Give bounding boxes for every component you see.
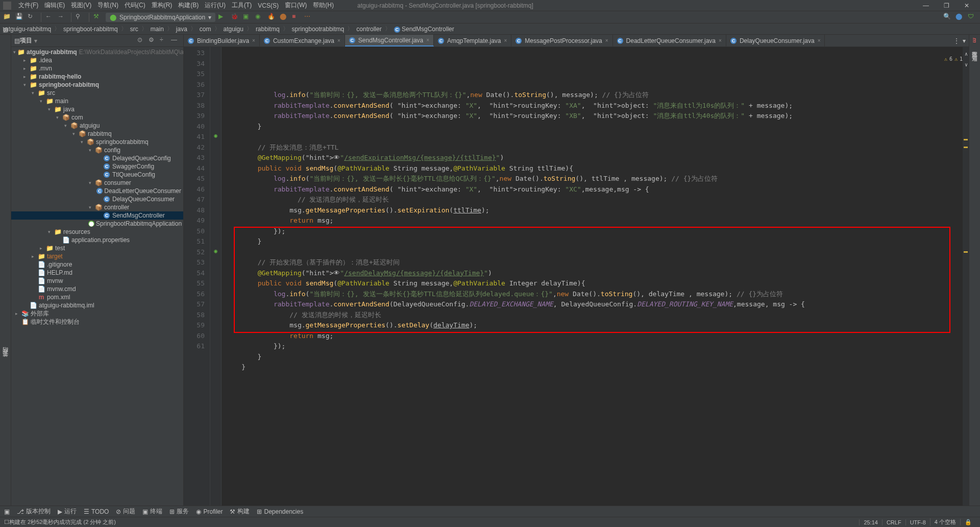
gear-icon[interactable]: ⚙ <box>149 36 158 45</box>
close-icon[interactable]: × <box>504 38 507 43</box>
maven-tab[interactable]: m <box>972 38 978 43</box>
code-editor[interactable]: 3334353637383940414243444546474849505152… <box>184 47 969 516</box>
crumb-9[interactable]: controller <box>355 26 382 33</box>
menu-build[interactable]: 构建(B) <box>175 1 202 10</box>
menu-navigate[interactable]: 导航(N) <box>94 1 121 10</box>
panel-settings-icon[interactable]: ⊙ <box>137 36 146 45</box>
tab-sendmsgcontroller[interactable]: CSendMsgController.java× <box>345 35 434 46</box>
debug-button[interactable]: 🐞 <box>231 13 240 22</box>
coverage-button[interactable]: ▣ <box>243 13 252 22</box>
line-ending[interactable]: CRLF <box>882 519 905 525</box>
menu-vcs[interactable]: VCS(S) <box>255 2 282 9</box>
menu-code[interactable]: 代码(C) <box>121 1 149 10</box>
menu-help[interactable]: 帮助(H) <box>310 1 337 10</box>
build-tw[interactable]: ⚒ 构建 <box>230 507 250 516</box>
tab-amqptemplate[interactable]: CAmqpTemplate.java× <box>434 35 511 46</box>
tab-msgpostprocessor[interactable]: CMessagePostProcessor.java× <box>511 35 612 46</box>
maximize-button[interactable]: ❐ <box>936 2 957 9</box>
close-icon[interactable]: × <box>605 38 608 43</box>
menubar: 文件(F) 编辑(E) 视图(V) 导航(N) 代码(C) 重构(R) 构建(B… <box>0 0 980 11</box>
more-tabs-icon[interactable]: ⋮ <box>953 37 960 44</box>
nav-icon[interactable]: ⚲ <box>76 13 85 22</box>
more-icon[interactable]: ⋯ <box>304 13 313 22</box>
caret-pos[interactable]: 25:14 <box>859 519 882 525</box>
inspection-widget[interactable]: ⚠6 ⚠1 ∧ ∨ <box>944 49 968 70</box>
breadcrumb: atguigu-rabbitmq〉 springboot-rabbitmq〉 s… <box>0 23 980 35</box>
more-run-icon[interactable]: ⬤ <box>280 13 289 22</box>
bell-icon[interactable]: ⬤ <box>955 13 965 22</box>
tab-customexchange[interactable]: CCustomExchange.java× <box>260 35 345 46</box>
close-icon[interactable]: × <box>337 38 340 43</box>
crumb-0[interactable]: atguigu-rabbitmq <box>4 26 52 33</box>
services-tw[interactable]: ⊞ 服务 <box>169 507 189 516</box>
close-icon[interactable]: × <box>426 37 429 43</box>
main-toolbar: 📁 💾 ↻ ← → ⚲ ⚒ ⬤ SpringbootRabbitmqApplic… <box>0 11 980 23</box>
hide-icon[interactable]: — <box>171 36 180 45</box>
menu-file[interactable]: 文件(F) <box>15 1 41 10</box>
version-control-tw[interactable]: ⎇ 版本控制 <box>17 507 51 516</box>
menu-run[interactable]: 运行(U) <box>202 1 229 10</box>
indent-widget[interactable]: 4 个空格 <box>930 518 960 526</box>
close-icon[interactable]: × <box>252 38 255 43</box>
menu-edit[interactable]: 编辑(E) <box>41 1 68 10</box>
close-icon[interactable]: × <box>818 38 821 43</box>
close-window-button[interactable]: ✕ <box>957 2 977 9</box>
crumb-5[interactable]: com <box>199 26 212 33</box>
toggle-tool-windows-icon[interactable]: ▣ <box>4 508 10 515</box>
terminal-tw[interactable]: ▣ 终端 <box>142 507 162 516</box>
project-panel: ▤ 项目 ▾ ⊙ ⚙ ÷ — ▾📁atguigu-rabbitmqE:\Work… <box>11 35 184 516</box>
stop-button[interactable]: ■ <box>292 13 301 22</box>
menu-window[interactable]: 窗口(W) <box>282 1 310 10</box>
code-content[interactable]: log.info("当前时间：{}, 发送一条消息给两个TTL队列：{}",ne… <box>222 47 963 516</box>
menu-view[interactable]: 视图(V) <box>68 1 94 10</box>
run-config-label: SpringbootRabbitmqApplication <box>119 14 205 21</box>
crumb-10[interactable]: C SendMsgController <box>393 26 455 33</box>
problems-tw[interactable]: ⊘ 问题 <box>116 507 135 516</box>
crumb-4[interactable]: java <box>175 26 188 33</box>
shield-icon[interactable]: 🛡 <box>968 13 977 22</box>
collapse-icon[interactable]: ÷ <box>160 36 169 45</box>
crumb-1[interactable]: springboot-rabbitmq <box>62 26 119 33</box>
tab-deadletterconsumer[interactable]: CDeadLetterQueueConsumer.java× <box>613 35 726 46</box>
minimize-button[interactable]: — <box>916 2 936 9</box>
file-encoding[interactable]: UTF-8 <box>905 519 930 525</box>
run-button[interactable]: ▶ <box>218 13 228 22</box>
project-tree[interactable]: ▾📁atguigu-rabbitmqE:\WorkData\IdeaProjec… <box>11 47 183 516</box>
save-icon[interactable]: 💾 <box>15 13 24 22</box>
crumb-7[interactable]: rabbitmq <box>255 26 281 33</box>
intellij-logo-icon <box>3 2 11 10</box>
gutter-marks: ◉◉ <box>210 47 222 516</box>
editor-tabs: CBindingBuilder.java× CCustomExchange.ja… <box>184 35 969 47</box>
gutter[interactable]: 3334353637383940414243444546474849505152… <box>184 47 210 516</box>
tab-bindingbuilder[interactable]: CBindingBuilder.java× <box>184 35 260 46</box>
tool-window-button[interactable]: ☐ <box>4 519 9 525</box>
attach-button[interactable]: 🔥 <box>267 13 277 22</box>
left-tool-strip: 项目 结构 书签 <box>0 35 11 516</box>
tab-delayqueueconsumer[interactable]: CDelayQueueConsumer.java× <box>726 35 825 46</box>
crumb-8[interactable]: springbootrabbitmq <box>291 26 346 33</box>
menu-tools[interactable]: 工具(T) <box>229 1 255 10</box>
bottom-tool-windows: ▣ ⎇ 版本控制 ▶ 运行 ☰ TODO ⊘ 问题 ▣ 终端 ⊞ 服务 ◉ Pr… <box>0 506 980 517</box>
crumb-3[interactable]: main <box>150 26 165 33</box>
reload-icon[interactable]: ↻ <box>28 13 37 22</box>
back-icon[interactable]: ← <box>45 13 55 22</box>
dependencies-tw[interactable]: ⊞ Dependencies <box>257 508 303 515</box>
run-tw[interactable]: ▶ 运行 <box>58 507 77 516</box>
run-config-selector[interactable]: ⬤ SpringbootRabbitmqApplication ▾ <box>106 13 215 22</box>
build-icon[interactable]: ⚒ <box>93 13 103 22</box>
error-stripe[interactable]: ⚠6 ⚠1 ∧ ∨ <box>963 47 969 516</box>
crumb-6[interactable]: atguigu <box>223 26 244 33</box>
tree-selected-item: CSendMsgController <box>11 211 183 220</box>
open-icon[interactable]: 📁 <box>3 13 12 22</box>
profiler-tw[interactable]: ◉ Profiler <box>196 508 223 515</box>
close-icon[interactable]: × <box>719 38 722 43</box>
todo-tw[interactable]: ☰ TODO <box>84 508 109 515</box>
crumb-2[interactable]: src <box>129 26 139 33</box>
profile-button[interactable]: ◉ <box>255 13 264 22</box>
forward-icon[interactable]: → <box>58 13 67 22</box>
tab-dropdown-icon[interactable]: ▾ <box>963 37 966 44</box>
folder-icon: ▤ <box>14 37 20 44</box>
search-icon[interactable]: 🔍 <box>943 13 952 22</box>
readonly-icon[interactable]: 🔒 <box>960 519 976 525</box>
menu-refactor[interactable]: 重构(R) <box>149 1 176 10</box>
